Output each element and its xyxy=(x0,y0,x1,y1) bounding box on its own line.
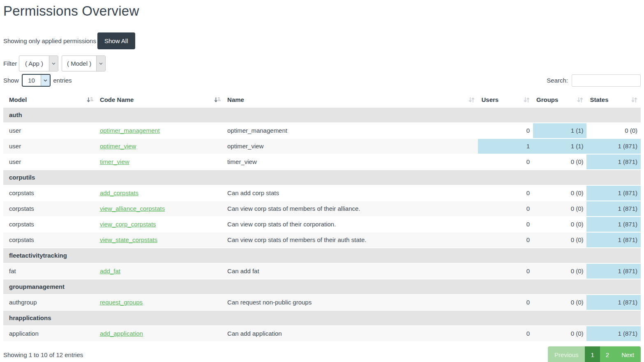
sort-both-icon xyxy=(524,97,530,103)
states-cell: 1 (871) xyxy=(586,138,641,154)
column-header-users[interactable]: Users xyxy=(478,92,533,107)
search-control: Search: xyxy=(547,74,641,87)
name-cell: Can view corp stats of members of their … xyxy=(224,232,478,248)
groups-cell: 0 (0) xyxy=(533,185,587,201)
name-cell: Can request non-public groups xyxy=(224,295,478,310)
code-name-link[interactable]: view_state_corpstats xyxy=(100,236,157,243)
group-header-row: auth xyxy=(3,107,641,123)
users-cell: 1 xyxy=(478,138,533,154)
column-header-label: Model xyxy=(9,96,27,103)
model-filter-select[interactable]: ( Model ) xyxy=(62,55,106,71)
code-name-cell: optimer_management xyxy=(97,123,224,138)
chevron-down-icon xyxy=(96,56,105,71)
table-row: authgrouprequest_groupsCan request non-p… xyxy=(3,295,641,310)
users-cell: 0 xyxy=(478,263,533,279)
table-info-text: Showing 1 to 10 of 12 entries xyxy=(3,351,83,358)
table-body: authuseroptimer_managementoptimer_manage… xyxy=(3,107,641,341)
pagination-previous: Previous xyxy=(548,346,585,362)
code-name-link[interactable]: add_fat xyxy=(100,267,120,274)
groups-cell: 0 (0) xyxy=(533,263,587,279)
model-filter-select-value: ( Model ) xyxy=(62,56,96,71)
column-header-code-name[interactable]: Code Name xyxy=(97,92,224,107)
permissions-table: ModelCode NameNameUsersGroupsStates auth… xyxy=(3,92,641,341)
pagination-1[interactable]: 1 xyxy=(585,346,600,362)
group-header-row: fleetactivitytracking xyxy=(3,248,641,263)
code-name-link[interactable]: optimer_view xyxy=(100,143,136,150)
model-cell: authgroup xyxy=(3,295,97,310)
code-name-cell: view_alliance_corpstats xyxy=(97,201,224,217)
code-name-cell: view_corp_corpstats xyxy=(97,217,224,232)
group-header-row: hrapplications xyxy=(3,310,641,326)
code-name-cell: request_groups xyxy=(97,295,224,310)
filter-row: Filter ( App ) ( Model ) xyxy=(3,55,641,71)
table-row: useroptimer_viewoptimer_view11 (1)1 (871… xyxy=(3,138,641,154)
users-cell: 0 xyxy=(478,201,533,217)
users-cell: 0 xyxy=(478,123,533,138)
sort-both-icon xyxy=(577,97,583,103)
column-header-label: Groups xyxy=(536,96,558,103)
column-header-groups[interactable]: Groups xyxy=(533,92,587,107)
pagination: Previous12Next xyxy=(548,346,641,362)
code-name-link[interactable]: optimer_management xyxy=(100,127,160,134)
page-length-control: Show 10 entries xyxy=(3,74,72,87)
states-cell: 0 (0) xyxy=(586,123,641,138)
states-cell: 1 (871) xyxy=(586,217,641,232)
users-cell: 0 xyxy=(478,154,533,170)
groups-cell: 0 (0) xyxy=(533,217,587,232)
code-name-link[interactable]: view_corp_corpstats xyxy=(100,221,156,228)
code-name-link[interactable]: request_groups xyxy=(100,299,143,306)
app-filter-select-value: ( App ) xyxy=(19,56,49,71)
column-header-label: Name xyxy=(227,96,244,103)
groups-cell: 1 (1) xyxy=(533,123,587,138)
model-cell: corpstats xyxy=(3,217,97,232)
states-cell: 1 (871) xyxy=(586,263,641,279)
show-label: Show xyxy=(3,77,19,84)
filter-label: Filter xyxy=(3,60,19,67)
table-footer: Showing 1 to 10 of 12 entries Previous12… xyxy=(3,346,641,362)
groups-cell: 0 (0) xyxy=(533,154,587,170)
states-cell: 1 (871) xyxy=(586,295,641,310)
pagination-next[interactable]: Next xyxy=(615,346,641,362)
code-name-link[interactable]: view_alliance_corpstats xyxy=(100,205,165,212)
states-cell: 1 (871) xyxy=(586,201,641,217)
app-filter-select[interactable]: ( App ) xyxy=(19,55,58,71)
name-cell: optimer_view xyxy=(224,138,478,154)
code-name-cell: timer_view xyxy=(97,154,224,170)
permissions-overview-page: Permissions Overview Showing only applie… xyxy=(0,0,644,362)
users-cell: 0 xyxy=(478,295,533,310)
pagination-2[interactable]: 2 xyxy=(600,346,615,362)
column-header-model[interactable]: Model xyxy=(3,92,97,107)
search-label: Search: xyxy=(547,77,568,84)
states-cell: 1 (871) xyxy=(586,326,641,341)
groups-cell: 0 (0) xyxy=(533,295,587,310)
sort-amount-asc-icon xyxy=(214,97,221,103)
column-header-label: Code Name xyxy=(100,96,134,103)
table-row: corpstatsview_corp_corpstatsCan view cor… xyxy=(3,217,641,232)
column-header-states[interactable]: States xyxy=(586,92,641,107)
code-name-cell: optimer_view xyxy=(97,138,224,154)
model-cell: user xyxy=(3,154,97,170)
code-name-link[interactable]: timer_view xyxy=(100,158,129,165)
code-name-cell: view_state_corpstats xyxy=(97,232,224,248)
column-header-label: States xyxy=(590,96,608,103)
show-all-button[interactable]: Show All xyxy=(97,32,135,49)
table-header-row: ModelCode NameNameUsersGroupsStates xyxy=(3,92,641,107)
entries-select[interactable]: 10 xyxy=(22,74,51,87)
sort-both-icon xyxy=(631,97,637,103)
table-row: corpstatsview_state_corpstatsCan view co… xyxy=(3,232,641,248)
name-cell: Can add corp stats xyxy=(224,185,478,201)
model-cell: user xyxy=(3,123,97,138)
code-name-link[interactable]: add_corpstats xyxy=(100,189,138,196)
name-cell: Can view corp stats of members of their … xyxy=(224,201,478,217)
chevron-down-icon xyxy=(49,56,58,71)
group-header-label: corputils xyxy=(3,170,641,185)
group-header-label: fleetactivitytracking xyxy=(3,248,641,263)
search-input[interactable] xyxy=(572,74,641,87)
states-cell: 1 (871) xyxy=(586,154,641,170)
column-header-name[interactable]: Name xyxy=(224,92,478,107)
table-row: usertimer_viewtimer_view00 (0)1 (871) xyxy=(3,154,641,170)
model-cell: corpstats xyxy=(3,232,97,248)
model-cell: user xyxy=(3,138,97,154)
code-name-link[interactable]: add_application xyxy=(100,330,143,337)
table-row: corpstatsadd_corpstatsCan add corp stats… xyxy=(3,185,641,201)
